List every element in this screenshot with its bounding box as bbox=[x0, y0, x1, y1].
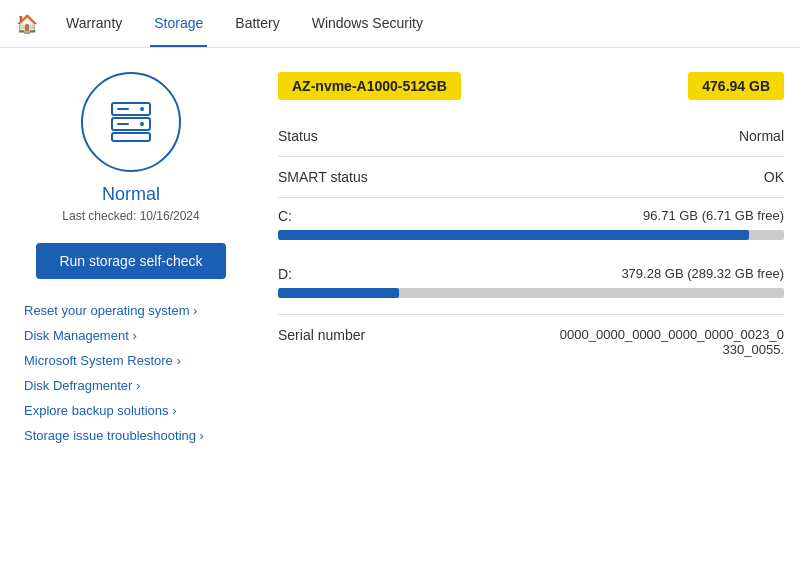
svg-point-3 bbox=[140, 107, 144, 111]
home-icon[interactable]: 🏠 bbox=[16, 13, 38, 35]
smart-status-row: SMART status OK bbox=[278, 157, 784, 198]
c-drive-row: C: 96.71 GB (6.71 GB free) bbox=[278, 198, 784, 256]
d-drive-size: 379.28 GB (289.32 GB free) bbox=[621, 266, 784, 282]
drive-name-badge: AZ-nvme-A1000-512GB bbox=[278, 72, 461, 100]
status-row: Status Normal bbox=[278, 116, 784, 157]
tab-warranty[interactable]: Warranty bbox=[62, 1, 126, 47]
link-system-restore[interactable]: Microsoft System Restore › bbox=[24, 353, 246, 368]
serial-number-row: Serial number 0000_0000_0000_0000_0000_0… bbox=[278, 314, 784, 369]
storage-icon-circle bbox=[81, 72, 181, 172]
c-drive-label: C: bbox=[278, 208, 292, 224]
status-label: Normal bbox=[102, 184, 160, 205]
smart-status-value: OK bbox=[764, 169, 784, 185]
left-panel: Normal Last checked: 10/16/2024 Run stor… bbox=[16, 72, 246, 443]
link-reset-os[interactable]: Reset your operating system › bbox=[24, 303, 246, 318]
smart-status-label: SMART status bbox=[278, 169, 368, 185]
c-drive-header: C: 96.71 GB (6.71 GB free) bbox=[278, 208, 784, 224]
status-row-label: Status bbox=[278, 128, 318, 144]
svg-point-4 bbox=[140, 122, 144, 126]
c-drive-size: 96.71 GB (6.71 GB free) bbox=[643, 208, 784, 224]
c-drive-progress-bg bbox=[278, 230, 784, 240]
link-disk-management[interactable]: Disk Management › bbox=[24, 328, 246, 343]
d-drive-progress-bg bbox=[278, 288, 784, 298]
tab-battery[interactable]: Battery bbox=[231, 1, 283, 47]
serial-number-label: Serial number bbox=[278, 327, 365, 343]
run-storage-self-check-button[interactable]: Run storage self-check bbox=[36, 243, 226, 279]
links-section: Reset your operating system › Disk Manag… bbox=[16, 303, 246, 443]
right-panel: AZ-nvme-A1000-512GB 476.94 GB Status Nor… bbox=[278, 72, 784, 443]
tab-windows-security[interactable]: Windows Security bbox=[308, 1, 427, 47]
link-storage-troubleshoot[interactable]: Storage issue troubleshooting › bbox=[24, 428, 246, 443]
main-content: Normal Last checked: 10/16/2024 Run stor… bbox=[0, 48, 800, 459]
link-backup-solutions[interactable]: Explore backup solutions › bbox=[24, 403, 246, 418]
storage-icon bbox=[104, 95, 158, 149]
tab-storage[interactable]: Storage bbox=[150, 1, 207, 47]
serial-number-value: 0000_0000_0000_0000_0000_0023_0 330_0055… bbox=[560, 327, 784, 357]
last-checked: Last checked: 10/16/2024 bbox=[62, 209, 199, 223]
link-disk-defragmenter[interactable]: Disk Defragmenter › bbox=[24, 378, 246, 393]
d-drive-header: D: 379.28 GB (289.32 GB free) bbox=[278, 266, 784, 282]
d-drive-row: D: 379.28 GB (289.32 GB free) bbox=[278, 256, 784, 314]
c-drive-progress-fill bbox=[278, 230, 749, 240]
drive-size-badge: 476.94 GB bbox=[688, 72, 784, 100]
top-nav: 🏠 Warranty Storage Battery Windows Secur… bbox=[0, 0, 800, 48]
drive-header: AZ-nvme-A1000-512GB 476.94 GB bbox=[278, 72, 784, 100]
d-drive-label: D: bbox=[278, 266, 292, 282]
d-drive-progress-fill bbox=[278, 288, 399, 298]
svg-rect-2 bbox=[112, 133, 150, 141]
status-row-value: Normal bbox=[739, 128, 784, 144]
